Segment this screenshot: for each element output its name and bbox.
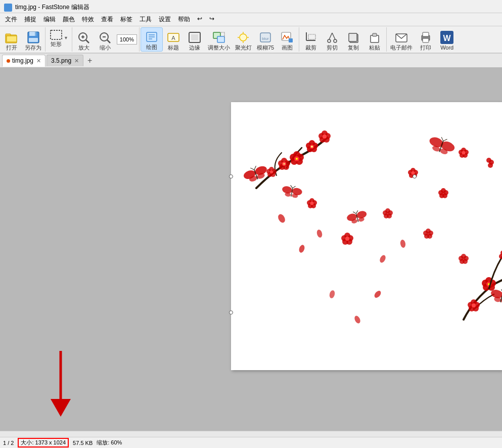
spotlight-button[interactable]: 聚光灯 bbox=[233, 27, 254, 52]
cut-button[interactable]: 剪切 bbox=[322, 27, 343, 52]
svg-rect-42 bbox=[349, 33, 357, 41]
paint-icon bbox=[279, 30, 295, 44]
image-canvas bbox=[231, 102, 502, 370]
svg-rect-6 bbox=[29, 38, 38, 42]
blur-button[interactable]: blur 模糊75 bbox=[254, 27, 277, 52]
label-label: 标题 bbox=[168, 45, 179, 51]
toolbar-group-zoom: 放大 缩小 bbox=[72, 27, 140, 52]
tab-add-button[interactable]: + bbox=[84, 57, 95, 65]
svg-line-40 bbox=[332, 33, 335, 39]
svg-rect-2 bbox=[7, 36, 17, 42]
svg-point-146 bbox=[488, 163, 493, 168]
draw-label: 绘图 bbox=[146, 44, 157, 50]
handle-left-center[interactable] bbox=[229, 310, 233, 315]
rect-dropdown[interactable]: ▼ bbox=[64, 35, 68, 40]
cherry-blossom-svg bbox=[231, 102, 502, 370]
zoom-out-label: 缩小 bbox=[100, 45, 111, 51]
menu-effects[interactable]: 特效 bbox=[79, 14, 97, 25]
svg-point-167 bbox=[379, 254, 387, 264]
paste-icon bbox=[367, 30, 383, 44]
menu-color[interactable]: 颜色 bbox=[60, 14, 78, 25]
zoom-out-icon bbox=[97, 30, 113, 44]
zoom-in-label: 放大 bbox=[78, 45, 89, 51]
zoom-100-label bbox=[126, 45, 127, 51]
label-icon: A bbox=[165, 30, 181, 44]
menu-tools[interactable]: 工具 bbox=[136, 14, 155, 25]
zoom-out-button[interactable]: 缩小 bbox=[95, 27, 116, 52]
zoom-input[interactable] bbox=[117, 34, 137, 44]
menu-help[interactable]: 帮助 bbox=[175, 14, 193, 25]
svg-point-83 bbox=[270, 170, 273, 173]
rect-button[interactable]: 矩形 ▼ bbox=[47, 27, 71, 52]
email-button[interactable]: 电子邮件 bbox=[388, 27, 415, 52]
spotlight-label: 聚光灯 bbox=[235, 45, 252, 51]
handle-top-center[interactable] bbox=[413, 174, 417, 178]
svg-point-37 bbox=[328, 39, 331, 42]
draw-button[interactable]: 绘图 bbox=[141, 27, 163, 52]
zoom-in-button[interactable]: 放大 bbox=[73, 27, 95, 52]
title-bar: timg.jpg - FastStone 编辑器 bbox=[0, 0, 502, 13]
status-page: 1 / 2 bbox=[3, 440, 14, 446]
menu-view[interactable]: 查看 bbox=[98, 14, 116, 25]
handle-top-left[interactable] bbox=[229, 174, 233, 178]
tab-timg-close[interactable]: ✕ bbox=[36, 58, 41, 64]
label-button[interactable]: A 标题 bbox=[163, 27, 184, 52]
rect-icon bbox=[49, 29, 63, 41]
content-area bbox=[0, 68, 502, 437]
menu-redo[interactable]: ↪ bbox=[206, 14, 217, 25]
toolbar-group-clipboard: 裁剪 剪切 bbox=[299, 27, 387, 52]
email-icon bbox=[393, 30, 409, 44]
svg-point-96 bbox=[310, 202, 314, 205]
svg-point-181 bbox=[423, 231, 428, 236]
svg-point-159 bbox=[472, 303, 476, 307]
word-button[interactable]: W Word bbox=[436, 27, 458, 52]
svg-rect-47 bbox=[423, 38, 429, 42]
menu-capture[interactable]: 捕捉 bbox=[21, 14, 39, 25]
svg-line-14 bbox=[107, 40, 110, 43]
resize-button[interactable]: 调整大小 bbox=[205, 27, 233, 52]
zoom-100-button[interactable] bbox=[116, 27, 138, 52]
paint-button[interactable]: 画图 bbox=[277, 27, 298, 52]
svg-point-171 bbox=[329, 290, 336, 299]
svg-rect-33 bbox=[289, 38, 293, 42]
copy-label: 复制 bbox=[348, 45, 359, 51]
border-button[interactable]: 边缘 bbox=[184, 27, 205, 52]
print-button[interactable]: 打印 bbox=[415, 27, 436, 52]
word-icon: W bbox=[439, 30, 455, 44]
menu-undo[interactable]: ↩ bbox=[194, 14, 205, 25]
copy-button[interactable]: 复制 bbox=[343, 27, 364, 52]
menu-edit[interactable]: 编辑 bbox=[40, 14, 59, 25]
status-zoom-value: 60% bbox=[111, 439, 122, 445]
svg-point-170 bbox=[353, 315, 361, 325]
menu-file[interactable]: 文件 bbox=[2, 14, 20, 25]
cut-label: 剪切 bbox=[327, 45, 338, 51]
zoom-in-icon bbox=[76, 30, 92, 44]
svg-point-130 bbox=[438, 190, 443, 195]
menu-tags[interactable]: 标签 bbox=[117, 14, 135, 25]
svg-point-64 bbox=[311, 146, 313, 148]
tab-35png[interactable]: 3.5.png ✕ bbox=[47, 55, 83, 66]
svg-marker-190 bbox=[51, 399, 71, 417]
arrow-svg bbox=[51, 351, 71, 422]
tab-timg[interactable]: timg.jpg ✕ bbox=[2, 55, 45, 67]
svg-rect-5 bbox=[35, 32, 36, 36]
crop-label: 裁剪 bbox=[305, 45, 316, 51]
svg-rect-36 bbox=[308, 34, 315, 39]
blur-label: 模糊75 bbox=[257, 45, 274, 51]
rect-label: 矩形 bbox=[51, 41, 62, 47]
spotlight-icon bbox=[235, 30, 251, 44]
menu-settings[interactable]: 设置 bbox=[156, 14, 174, 25]
save-as-button[interactable]: 另存为 bbox=[22, 27, 44, 52]
tab-35png-close[interactable]: ✕ bbox=[74, 58, 79, 64]
open-button[interactable]: 打开 bbox=[1, 27, 22, 52]
scrollbar-horizontal[interactable] bbox=[0, 431, 502, 437]
resize-icon bbox=[211, 30, 227, 44]
save-as-label: 另存为 bbox=[25, 45, 41, 51]
paste-button[interactable]: 粘贴 bbox=[364, 27, 385, 52]
svg-line-142 bbox=[443, 138, 447, 142]
crop-button[interactable]: 裁剪 bbox=[300, 27, 322, 52]
status-filesize: 57.5 KB bbox=[73, 440, 93, 446]
status-size: 大小: 1373 x 1024 bbox=[18, 438, 69, 447]
svg-point-77 bbox=[284, 163, 285, 165]
copy-icon bbox=[345, 30, 361, 44]
